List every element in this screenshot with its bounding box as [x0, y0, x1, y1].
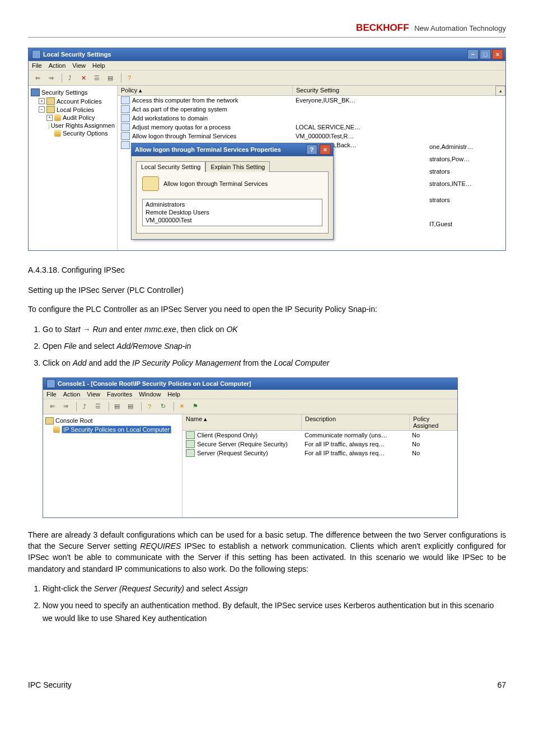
table-row[interactable]: Allow logon through Terminal ServicesVM_… [118, 132, 505, 141]
list-item[interactable]: Administrators [146, 201, 319, 209]
tab-page: Allow logon through Terminal Services Ad… [136, 171, 329, 234]
setting-cell [292, 105, 505, 114]
step-item: Open File and select Add/Remove Snap-in [43, 340, 506, 352]
list-icon[interactable]: ☰ [92, 401, 104, 412]
up-icon[interactable]: ⤴ [64, 72, 76, 83]
description-cell: For all IP traffic, always req… [301, 449, 409, 458]
tree-user-rights[interactable]: User Rights Assignmen [46, 122, 115, 129]
menu-help[interactable]: Help [167, 391, 180, 398]
separator [106, 402, 109, 412]
menu-window[interactable]: Window [139, 391, 161, 398]
dialog-help-button[interactable]: ? [306, 144, 317, 155]
table-row[interactable]: Adjust memory quotas for a processLOCAL … [118, 123, 505, 132]
menu-file[interactable]: File [32, 62, 42, 69]
tree-pane[interactable]: Console Root IP Security Policies on Loc… [43, 414, 182, 517]
forward-icon[interactable]: ⇒ [60, 401, 71, 412]
name-cell: Secure Server (Require Security) [182, 440, 301, 449]
policy-icon [121, 105, 130, 113]
assigned-cell: No [409, 431, 457, 440]
col-policy[interactable]: Policy ▴ [118, 86, 293, 95]
help-icon[interactable]: ? [144, 401, 155, 412]
table-row[interactable]: Client (Respond Only)Communicate normall… [182, 431, 457, 440]
up-icon[interactable]: ⤴ [79, 401, 90, 412]
tree-root-label: Security Settings [41, 89, 88, 96]
intro-paragraph: To configure the PLC Controller as an IP… [28, 304, 506, 315]
tree-label: Security Options [63, 130, 108, 137]
setting-cell: VM_000000\Test,R… [292, 132, 505, 141]
folder-icon [46, 106, 55, 113]
col-setting[interactable]: Security Setting [293, 86, 505, 95]
menu-action[interactable]: Action [63, 391, 81, 398]
help-icon[interactable]: ? [124, 72, 135, 83]
scroll-up-icon[interactable]: ▴ [495, 86, 505, 96]
table-row[interactable]: Secure Server (Require Security)For all … [182, 440, 457, 449]
shield-icon [54, 130, 61, 137]
back-icon[interactable]: ⇐ [32, 72, 43, 83]
members-list[interactable]: Administrators Remote Desktop Users VM_0… [142, 199, 322, 226]
separator [171, 402, 174, 412]
menu-view[interactable]: View [87, 391, 100, 398]
policy-cell: Allow logon through Terminal Services [118, 132, 292, 141]
tree-local-policies[interactable]: − Local Policies [39, 105, 115, 114]
table-row[interactable]: Access this computer from the networkEve… [118, 96, 505, 105]
description-cell: Communicate normally (uns… [301, 431, 409, 440]
menu-view[interactable]: View [72, 62, 86, 69]
menu-help[interactable]: Help [92, 62, 105, 69]
properties-icon[interactable]: ☰ [91, 72, 102, 83]
maximize-button[interactable]: □ [480, 49, 491, 59]
policy-icon [121, 132, 130, 140]
tree-security-options[interactable]: Security Options [46, 129, 115, 137]
new-policy-icon[interactable]: ☀ [176, 401, 188, 412]
dialog-subtitle: Allow logon through Terminal Services [163, 180, 268, 187]
delete-icon[interactable]: ✕ [78, 72, 89, 83]
assigned-cell: No [409, 440, 457, 449]
back-icon[interactable]: ⇐ [46, 401, 58, 412]
tree-ip-security-policies[interactable]: IP Security Policies on Local Computer [53, 425, 180, 434]
paragraph: There are already 3 default configuratio… [28, 529, 506, 575]
tree-pane[interactable]: Security Settings + Account Policies − L… [29, 86, 118, 250]
table-row[interactable]: Add workstations to domain [118, 114, 505, 123]
page-footer: IPC Security 67 [28, 680, 506, 689]
copy-icon[interactable]: ▤ [111, 401, 123, 412]
export-icon[interactable]: ▤ [125, 401, 136, 412]
table-row[interactable]: Server (Request Security)For all IP traf… [182, 449, 457, 458]
tree-audit-policy[interactable]: + Audit Policy [46, 114, 115, 122]
dialog-close-button[interactable]: × [320, 144, 331, 155]
tree-console-root[interactable]: Console Root [45, 417, 180, 425]
expand-icon[interactable]: + [46, 115, 53, 121]
brand-name: BECKHOFF [356, 22, 409, 33]
tree-root[interactable]: Security Settings [31, 88, 115, 97]
policy-icon [186, 440, 195, 448]
dialog-title-bar[interactable]: Allow logon through Terminal Services Pr… [132, 143, 333, 156]
expand-icon[interactable]: + [39, 98, 45, 104]
refresh-icon[interactable]: ↻ [157, 401, 168, 412]
policy-list-pane[interactable]: ▴ Policy ▴ Security Setting Access this … [118, 86, 505, 250]
tree-account-policies[interactable]: + Account Policies [39, 97, 115, 105]
list-item[interactable]: VM_000000\Test [146, 217, 319, 225]
window-title-bar[interactable]: Local Security Settings − □ × [29, 48, 505, 61]
forward-icon[interactable]: ⇒ [45, 72, 57, 83]
assign-icon[interactable]: ⚑ [190, 401, 201, 412]
close-button[interactable]: × [492, 49, 503, 59]
table-row[interactable]: Act as part of the operating system [118, 105, 505, 114]
policy-list-pane[interactable]: Name ▴ Description Policy Assigned Clien… [182, 414, 457, 517]
steps-list-1: Go to Start → Run and enter mmc.exe, the… [43, 323, 506, 370]
menu-file[interactable]: File [46, 391, 57, 398]
col-name[interactable]: Name ▴ [182, 414, 302, 430]
tab-explain-this-setting[interactable]: Explain This Setting [205, 161, 270, 172]
policy-icon [186, 449, 195, 457]
list-item[interactable]: Remote Desktop Users [146, 209, 319, 217]
tab-local-security-setting[interactable]: Local Security Setting [136, 161, 205, 172]
policy-name: Server (Request Security) [197, 450, 268, 456]
col-assigned[interactable]: Policy Assigned [410, 414, 457, 430]
minimize-button[interactable]: − [467, 49, 479, 59]
window-title-bar[interactable]: Console1 - [Console Root\IP Security Pol… [43, 378, 457, 390]
collapse-icon[interactable]: − [39, 106, 45, 113]
menu-action[interactable]: Action [49, 62, 66, 69]
partial-text: strators [429, 196, 496, 220]
tree-label: Account Policies [57, 98, 102, 105]
col-description[interactable]: Description [302, 414, 410, 430]
export-icon[interactable]: ▤ [105, 72, 116, 83]
app-icon [32, 50, 41, 59]
menu-favorites[interactable]: Favorites [107, 391, 132, 398]
